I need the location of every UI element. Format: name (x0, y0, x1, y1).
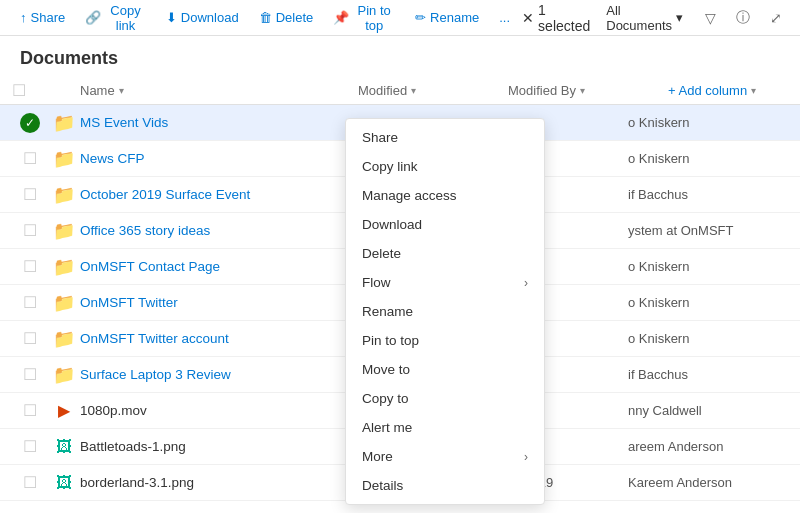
table-header: ☐ Name ▾ Modified ▾ Modified By ▾ + Add … (0, 77, 800, 105)
row-checkbox[interactable]: ☐ (23, 473, 37, 492)
submenu-arrow-icon: › (524, 450, 528, 464)
share-icon: ↑ (20, 10, 27, 25)
menu-item-label: Copy to (362, 391, 409, 406)
menu-item-label: Copy link (362, 159, 418, 174)
row-modified-by: o Kniskern (628, 295, 788, 310)
context-menu-item-rename[interactable]: Rename (346, 297, 544, 326)
submenu-arrow-icon: › (524, 276, 528, 290)
folder-icon: 📁 (53, 184, 75, 206)
header-modified[interactable]: Modified ▾ (358, 83, 508, 98)
context-menu-item-manage-access[interactable]: Manage access (346, 181, 544, 210)
row-check-cell: ☐ (12, 365, 48, 384)
row-checkbox[interactable]: ☐ (23, 293, 37, 312)
row-checkbox[interactable]: ☐ (23, 149, 37, 168)
menu-item-label: Share (362, 130, 398, 145)
rename-button[interactable]: ✏ Rename (407, 6, 487, 29)
context-menu-item-details[interactable]: Details (346, 471, 544, 500)
chevron-down-icon: ▾ (676, 10, 683, 25)
folder-icon: 📁 (53, 112, 75, 134)
row-modified-by: o Kniskern (628, 151, 788, 166)
pin-to-top-button[interactable]: 📌 Pin to top (325, 0, 403, 37)
menu-item-label: Rename (362, 304, 413, 319)
name-sort-icon: ▾ (119, 85, 124, 96)
context-menu-item-pin-to-top[interactable]: Pin to top (346, 326, 544, 355)
row-checkbox[interactable]: ☐ (23, 221, 37, 240)
context-menu: Share Copy link Manage access Download D… (345, 118, 545, 505)
row-modified-by: if Bacchus (628, 367, 788, 382)
deselect-button[interactable]: ✕ (522, 10, 534, 26)
row-modified-by: Kareem Anderson (628, 475, 788, 490)
row-icon-cell: 📁 (48, 292, 80, 314)
download-button[interactable]: ⬇ Download (158, 6, 247, 29)
row-check-cell: ☐ (12, 149, 48, 168)
row-check-cell: ☐ (12, 185, 48, 204)
selected-checkmark: ✓ (20, 113, 40, 133)
header-modified-by[interactable]: Modified By ▾ (508, 83, 668, 98)
download-icon: ⬇ (166, 10, 177, 25)
menu-item-label: Pin to top (362, 333, 419, 348)
row-check-cell: ☐ (12, 221, 48, 240)
menu-item-label: Alert me (362, 420, 412, 435)
all-documents-dropdown[interactable]: All Documents ▾ (598, 0, 691, 37)
row-modified-by: o Kniskern (628, 115, 788, 130)
folder-icon: 📁 (53, 256, 75, 278)
row-check-cell: ☐ (12, 293, 48, 312)
row-modified-by: areem Anderson (628, 439, 788, 454)
pin-icon: 📌 (333, 10, 349, 25)
row-check-cell: ☐ (12, 473, 48, 492)
selected-count: ✕ 1 selected (522, 2, 590, 34)
toolbar: ↑ Share 🔗 Copy link ⬇ Download 🗑 Delete … (0, 0, 800, 36)
row-icon-cell: 📁 (48, 256, 80, 278)
copy-link-button[interactable]: 🔗 Copy link (77, 0, 154, 37)
menu-item-label: Manage access (362, 188, 457, 203)
rename-icon: ✏ (415, 10, 426, 25)
row-checkbox[interactable]: ☐ (23, 185, 37, 204)
row-icon-cell: 📁 (48, 184, 80, 206)
menu-item-label: Delete (362, 246, 401, 261)
row-checkbox[interactable]: ☐ (23, 365, 37, 384)
delete-button[interactable]: 🗑 Delete (251, 6, 322, 29)
folder-icon: 📁 (53, 364, 75, 386)
info-button[interactable]: ⓘ (730, 5, 756, 31)
context-menu-item-download[interactable]: Download (346, 210, 544, 239)
folder-icon: 📁 (53, 328, 75, 350)
context-menu-item-move-to[interactable]: Move to (346, 355, 544, 384)
context-menu-item-more[interactable]: More › (346, 442, 544, 471)
context-menu-item-copy-to[interactable]: Copy to (346, 384, 544, 413)
context-menu-item-delete[interactable]: Delete (346, 239, 544, 268)
modified-by-sort-icon: ▾ (580, 85, 585, 96)
menu-item-label: Flow (362, 275, 391, 290)
row-icon-cell: 🖼 (48, 438, 80, 456)
more-button[interactable]: ... (491, 6, 518, 29)
context-menu-item-alert-me[interactable]: Alert me (346, 413, 544, 442)
row-icon-cell: 📁 (48, 364, 80, 386)
row-check-cell: ☐ (12, 257, 48, 276)
header-name[interactable]: Name ▾ (80, 83, 358, 98)
menu-item-label: Details (362, 478, 403, 493)
context-menu-item-copy-link[interactable]: Copy link (346, 152, 544, 181)
row-icon-cell: 📁 (48, 112, 80, 134)
row-icon-cell: 📁 (48, 148, 80, 170)
row-icon-cell: 📁 (48, 220, 80, 242)
filter-button[interactable]: ▽ (699, 6, 722, 30)
row-modified-by: nny Caldwell (628, 403, 788, 418)
expand-button[interactable]: ⤢ (764, 6, 788, 30)
folder-icon: 📁 (53, 292, 75, 314)
header-check: ☐ (12, 81, 48, 100)
video-file-icon: ▶ (58, 401, 70, 420)
row-modified-by: o Kniskern (628, 259, 788, 274)
row-modified-by: if Bacchus (628, 187, 788, 202)
context-menu-item-share[interactable]: Share (346, 123, 544, 152)
row-icon-cell: 🖼 (48, 474, 80, 492)
row-check-cell: ☐ (12, 437, 48, 456)
context-menu-item-flow[interactable]: Flow › (346, 268, 544, 297)
row-icon-cell: 📁 (48, 328, 80, 350)
menu-item-label: Download (362, 217, 422, 232)
share-button[interactable]: ↑ Share (12, 6, 73, 29)
row-checkbox[interactable]: ☐ (23, 437, 37, 456)
link-icon: 🔗 (85, 10, 101, 25)
add-column-button[interactable]: + Add column ▾ (668, 83, 788, 98)
row-checkbox[interactable]: ☐ (23, 401, 37, 420)
row-checkbox[interactable]: ☐ (23, 257, 37, 276)
row-checkbox[interactable]: ☐ (23, 329, 37, 348)
